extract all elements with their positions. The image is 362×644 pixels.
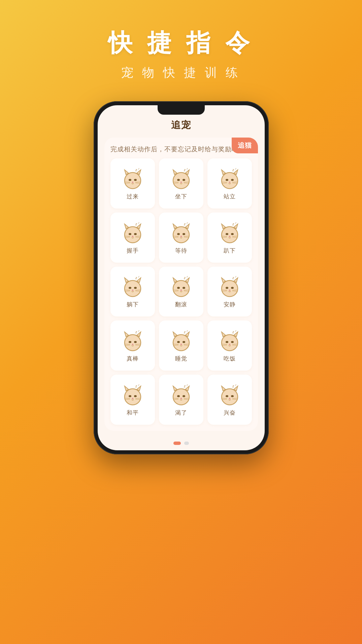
command-item[interactable]: z z 站立 xyxy=(207,158,252,209)
command-item[interactable]: z z 躺下 xyxy=(110,267,155,317)
svg-text:z: z xyxy=(186,329,188,332)
svg-text:z: z xyxy=(184,384,186,388)
command-label: 渴了 xyxy=(175,409,187,417)
svg-text:z: z xyxy=(232,276,234,280)
svg-point-42 xyxy=(173,227,189,243)
pet-icon: z z xyxy=(169,221,193,245)
card-tag: 追猫 xyxy=(232,138,258,153)
svg-point-44 xyxy=(183,233,185,235)
svg-text:z: z xyxy=(186,383,188,386)
page-dot-active[interactable] xyxy=(173,442,181,445)
svg-point-124 xyxy=(134,395,137,397)
command-item[interactable]: z z 睡觉 xyxy=(159,320,203,371)
pet-icon: z z xyxy=(218,383,242,407)
svg-text:z: z xyxy=(186,167,188,170)
command-label: 趴下 xyxy=(224,247,236,255)
command-label: 站立 xyxy=(224,193,236,200)
page-dot-inactive[interactable] xyxy=(184,442,189,445)
svg-text:z: z xyxy=(184,276,186,280)
svg-point-63 xyxy=(129,287,131,289)
svg-point-102 xyxy=(173,335,189,351)
svg-text:z: z xyxy=(184,330,186,334)
svg-text:z: z xyxy=(184,222,186,226)
card-description: 完成相关动作后，不要忘记及时给与奖励哦 xyxy=(110,145,252,154)
svg-text:z: z xyxy=(235,221,237,224)
svg-point-85 xyxy=(229,290,230,291)
svg-point-104 xyxy=(183,341,185,343)
pet-icon: z z xyxy=(121,166,145,191)
svg-point-23 xyxy=(226,179,228,181)
command-label: 过来 xyxy=(127,193,139,200)
phone-notch xyxy=(158,105,205,115)
svg-text:z: z xyxy=(235,167,237,170)
svg-text:z: z xyxy=(186,275,188,278)
svg-point-142 xyxy=(222,389,238,405)
svg-point-114 xyxy=(231,341,234,343)
header: 快 捷 指 令 宠 物 快 捷 训 练 xyxy=(108,27,254,81)
pet-icon: z z xyxy=(218,166,242,191)
svg-point-43 xyxy=(177,233,180,235)
command-item[interactable]: z z 趴下 xyxy=(207,213,252,263)
phone-screen: 追宠 追猫 完成相关动作后，不要忘记及时给与奖励哦 z z xyxy=(98,105,265,450)
command-label: 真棒 xyxy=(127,355,139,363)
svg-text:z: z xyxy=(138,167,140,170)
command-label: 等待 xyxy=(175,247,187,255)
command-item[interactable]: z z 翻滚 xyxy=(159,267,203,317)
command-label: 和平 xyxy=(127,409,139,417)
command-item[interactable]: z z 过来 xyxy=(110,158,155,209)
svg-point-135 xyxy=(180,398,182,399)
command-label: 吃饭 xyxy=(224,355,236,363)
svg-point-45 xyxy=(180,236,182,237)
svg-point-134 xyxy=(183,395,185,397)
command-label: 兴奋 xyxy=(224,409,236,417)
command-item[interactable]: z z 渴了 xyxy=(159,375,203,425)
svg-text:z: z xyxy=(138,383,140,386)
command-item[interactable]: z z 和平 xyxy=(110,375,155,425)
command-label: 睡觉 xyxy=(175,355,187,363)
command-item[interactable]: z z 等待 xyxy=(159,213,203,263)
command-item[interactable]: z z 兴奋 xyxy=(207,375,252,425)
svg-text:z: z xyxy=(138,221,140,224)
command-item[interactable]: z z 握手 xyxy=(110,213,155,263)
page-indicator xyxy=(98,438,265,450)
command-item[interactable]: z z 真棒 xyxy=(110,320,155,371)
svg-text:z: z xyxy=(235,383,237,386)
svg-point-62 xyxy=(125,280,141,297)
svg-point-5 xyxy=(132,182,133,183)
svg-point-75 xyxy=(180,290,182,291)
svg-point-115 xyxy=(229,344,230,345)
svg-point-123 xyxy=(129,395,131,397)
pet-icon: z z xyxy=(169,383,193,407)
svg-text:z: z xyxy=(232,384,234,388)
svg-point-74 xyxy=(183,287,185,289)
command-card: 追猫 完成相关动作后，不要忘记及时给与奖励哦 z z xyxy=(104,138,258,431)
svg-point-53 xyxy=(226,233,228,235)
svg-point-72 xyxy=(173,280,189,297)
svg-point-83 xyxy=(226,287,228,289)
pet-icon: z z xyxy=(121,329,145,353)
phone-outer-frame: 追宠 追猫 完成相关动作后，不要忘记及时给与奖励哦 z z xyxy=(94,101,269,454)
svg-point-132 xyxy=(173,389,189,405)
command-label: 握手 xyxy=(127,247,139,255)
command-label: 躺下 xyxy=(127,301,139,308)
page-subtitle: 宠 物 快 捷 训 练 xyxy=(108,65,254,81)
svg-point-3 xyxy=(129,179,131,181)
command-item[interactable]: z z 安静 xyxy=(207,267,252,317)
svg-point-64 xyxy=(134,287,137,289)
svg-text:z: z xyxy=(135,330,137,334)
svg-text:z: z xyxy=(135,384,137,388)
pet-icon: z z xyxy=(121,383,145,407)
svg-text:z: z xyxy=(232,222,234,226)
command-item[interactable]: z z 坐下 xyxy=(159,158,203,209)
svg-point-15 xyxy=(180,182,182,183)
svg-point-4 xyxy=(134,179,137,181)
command-label: 安静 xyxy=(224,301,236,308)
command-label: 翻滚 xyxy=(175,301,187,308)
svg-point-112 xyxy=(222,335,238,351)
svg-point-55 xyxy=(229,236,230,237)
commands-grid: z z 过来 z z xyxy=(110,158,252,425)
svg-point-32 xyxy=(125,227,141,243)
svg-text:z: z xyxy=(135,276,137,280)
svg-text:z: z xyxy=(138,275,140,278)
command-item[interactable]: z z 吃饭 xyxy=(207,320,252,371)
